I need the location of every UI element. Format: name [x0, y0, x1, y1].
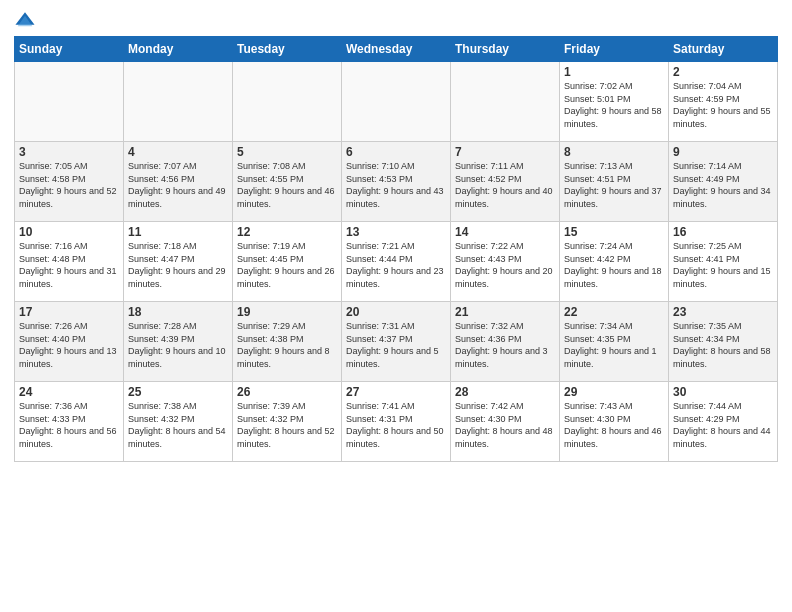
weekday-header-monday: Monday — [124, 37, 233, 62]
day-number: 22 — [564, 305, 664, 319]
day-info: Sunrise: 7:21 AM Sunset: 4:44 PM Dayligh… — [346, 240, 446, 290]
day-info: Sunrise: 7:25 AM Sunset: 4:41 PM Dayligh… — [673, 240, 773, 290]
day-number: 29 — [564, 385, 664, 399]
day-info: Sunrise: 7:05 AM Sunset: 4:58 PM Dayligh… — [19, 160, 119, 210]
day-number: 25 — [128, 385, 228, 399]
day-info: Sunrise: 7:41 AM Sunset: 4:31 PM Dayligh… — [346, 400, 446, 450]
day-number: 15 — [564, 225, 664, 239]
day-number: 10 — [19, 225, 119, 239]
weekday-header-saturday: Saturday — [669, 37, 778, 62]
day-cell: 14Sunrise: 7:22 AM Sunset: 4:43 PM Dayli… — [451, 222, 560, 302]
day-cell: 7Sunrise: 7:11 AM Sunset: 4:52 PM Daylig… — [451, 142, 560, 222]
weekday-header-row: SundayMondayTuesdayWednesdayThursdayFrid… — [15, 37, 778, 62]
day-info: Sunrise: 7:32 AM Sunset: 4:36 PM Dayligh… — [455, 320, 555, 370]
day-number: 30 — [673, 385, 773, 399]
weekday-header-friday: Friday — [560, 37, 669, 62]
day-info: Sunrise: 7:10 AM Sunset: 4:53 PM Dayligh… — [346, 160, 446, 210]
day-number: 16 — [673, 225, 773, 239]
day-info: Sunrise: 7:16 AM Sunset: 4:48 PM Dayligh… — [19, 240, 119, 290]
day-number: 12 — [237, 225, 337, 239]
day-info: Sunrise: 7:29 AM Sunset: 4:38 PM Dayligh… — [237, 320, 337, 370]
day-info: Sunrise: 7:28 AM Sunset: 4:39 PM Dayligh… — [128, 320, 228, 370]
day-cell: 28Sunrise: 7:42 AM Sunset: 4:30 PM Dayli… — [451, 382, 560, 462]
day-number: 9 — [673, 145, 773, 159]
day-info: Sunrise: 7:34 AM Sunset: 4:35 PM Dayligh… — [564, 320, 664, 370]
day-cell: 20Sunrise: 7:31 AM Sunset: 4:37 PM Dayli… — [342, 302, 451, 382]
day-info: Sunrise: 7:35 AM Sunset: 4:34 PM Dayligh… — [673, 320, 773, 370]
day-number: 3 — [19, 145, 119, 159]
day-number: 20 — [346, 305, 446, 319]
day-cell: 23Sunrise: 7:35 AM Sunset: 4:34 PM Dayli… — [669, 302, 778, 382]
logo-icon — [14, 10, 36, 32]
day-number: 24 — [19, 385, 119, 399]
day-cell: 4Sunrise: 7:07 AM Sunset: 4:56 PM Daylig… — [124, 142, 233, 222]
day-cell: 3Sunrise: 7:05 AM Sunset: 4:58 PM Daylig… — [15, 142, 124, 222]
day-cell: 24Sunrise: 7:36 AM Sunset: 4:33 PM Dayli… — [15, 382, 124, 462]
day-info: Sunrise: 7:19 AM Sunset: 4:45 PM Dayligh… — [237, 240, 337, 290]
calendar: SundayMondayTuesdayWednesdayThursdayFrid… — [14, 36, 778, 462]
day-cell: 12Sunrise: 7:19 AM Sunset: 4:45 PM Dayli… — [233, 222, 342, 302]
day-info: Sunrise: 7:18 AM Sunset: 4:47 PM Dayligh… — [128, 240, 228, 290]
day-cell: 29Sunrise: 7:43 AM Sunset: 4:30 PM Dayli… — [560, 382, 669, 462]
day-cell: 19Sunrise: 7:29 AM Sunset: 4:38 PM Dayli… — [233, 302, 342, 382]
day-cell: 10Sunrise: 7:16 AM Sunset: 4:48 PM Dayli… — [15, 222, 124, 302]
day-number: 27 — [346, 385, 446, 399]
day-cell: 21Sunrise: 7:32 AM Sunset: 4:36 PM Dayli… — [451, 302, 560, 382]
day-cell: 15Sunrise: 7:24 AM Sunset: 4:42 PM Dayli… — [560, 222, 669, 302]
day-number: 21 — [455, 305, 555, 319]
day-info: Sunrise: 7:07 AM Sunset: 4:56 PM Dayligh… — [128, 160, 228, 210]
day-number: 28 — [455, 385, 555, 399]
day-number: 13 — [346, 225, 446, 239]
logo — [14, 10, 40, 32]
day-info: Sunrise: 7:24 AM Sunset: 4:42 PM Dayligh… — [564, 240, 664, 290]
day-cell: 17Sunrise: 7:26 AM Sunset: 4:40 PM Dayli… — [15, 302, 124, 382]
day-cell: 2Sunrise: 7:04 AM Sunset: 4:59 PM Daylig… — [669, 62, 778, 142]
day-number: 18 — [128, 305, 228, 319]
day-info: Sunrise: 7:08 AM Sunset: 4:55 PM Dayligh… — [237, 160, 337, 210]
page-container: SundayMondayTuesdayWednesdayThursdayFrid… — [0, 0, 792, 468]
day-cell: 16Sunrise: 7:25 AM Sunset: 4:41 PM Dayli… — [669, 222, 778, 302]
day-info: Sunrise: 7:38 AM Sunset: 4:32 PM Dayligh… — [128, 400, 228, 450]
week-row-5: 24Sunrise: 7:36 AM Sunset: 4:33 PM Dayli… — [15, 382, 778, 462]
day-cell — [451, 62, 560, 142]
day-info: Sunrise: 7:14 AM Sunset: 4:49 PM Dayligh… — [673, 160, 773, 210]
day-info: Sunrise: 7:13 AM Sunset: 4:51 PM Dayligh… — [564, 160, 664, 210]
week-row-4: 17Sunrise: 7:26 AM Sunset: 4:40 PM Dayli… — [15, 302, 778, 382]
day-number: 8 — [564, 145, 664, 159]
day-info: Sunrise: 7:31 AM Sunset: 4:37 PM Dayligh… — [346, 320, 446, 370]
day-info: Sunrise: 7:44 AM Sunset: 4:29 PM Dayligh… — [673, 400, 773, 450]
weekday-header-wednesday: Wednesday — [342, 37, 451, 62]
day-cell — [233, 62, 342, 142]
day-cell: 9Sunrise: 7:14 AM Sunset: 4:49 PM Daylig… — [669, 142, 778, 222]
day-number: 14 — [455, 225, 555, 239]
day-cell: 22Sunrise: 7:34 AM Sunset: 4:35 PM Dayli… — [560, 302, 669, 382]
day-cell: 5Sunrise: 7:08 AM Sunset: 4:55 PM Daylig… — [233, 142, 342, 222]
weekday-header-thursday: Thursday — [451, 37, 560, 62]
day-cell: 1Sunrise: 7:02 AM Sunset: 5:01 PM Daylig… — [560, 62, 669, 142]
header — [14, 10, 778, 32]
day-info: Sunrise: 7:26 AM Sunset: 4:40 PM Dayligh… — [19, 320, 119, 370]
week-row-1: 1Sunrise: 7:02 AM Sunset: 5:01 PM Daylig… — [15, 62, 778, 142]
day-cell: 6Sunrise: 7:10 AM Sunset: 4:53 PM Daylig… — [342, 142, 451, 222]
day-number: 26 — [237, 385, 337, 399]
day-number: 11 — [128, 225, 228, 239]
day-info: Sunrise: 7:04 AM Sunset: 4:59 PM Dayligh… — [673, 80, 773, 130]
day-info: Sunrise: 7:22 AM Sunset: 4:43 PM Dayligh… — [455, 240, 555, 290]
day-info: Sunrise: 7:02 AM Sunset: 5:01 PM Dayligh… — [564, 80, 664, 130]
day-number: 23 — [673, 305, 773, 319]
day-info: Sunrise: 7:11 AM Sunset: 4:52 PM Dayligh… — [455, 160, 555, 210]
day-cell: 26Sunrise: 7:39 AM Sunset: 4:32 PM Dayli… — [233, 382, 342, 462]
day-number: 5 — [237, 145, 337, 159]
day-number: 1 — [564, 65, 664, 79]
weekday-header-sunday: Sunday — [15, 37, 124, 62]
day-number: 7 — [455, 145, 555, 159]
day-info: Sunrise: 7:39 AM Sunset: 4:32 PM Dayligh… — [237, 400, 337, 450]
day-cell: 11Sunrise: 7:18 AM Sunset: 4:47 PM Dayli… — [124, 222, 233, 302]
day-number: 6 — [346, 145, 446, 159]
day-number: 19 — [237, 305, 337, 319]
day-cell — [342, 62, 451, 142]
day-cell: 27Sunrise: 7:41 AM Sunset: 4:31 PM Dayli… — [342, 382, 451, 462]
day-info: Sunrise: 7:36 AM Sunset: 4:33 PM Dayligh… — [19, 400, 119, 450]
week-row-3: 10Sunrise: 7:16 AM Sunset: 4:48 PM Dayli… — [15, 222, 778, 302]
day-info: Sunrise: 7:43 AM Sunset: 4:30 PM Dayligh… — [564, 400, 664, 450]
